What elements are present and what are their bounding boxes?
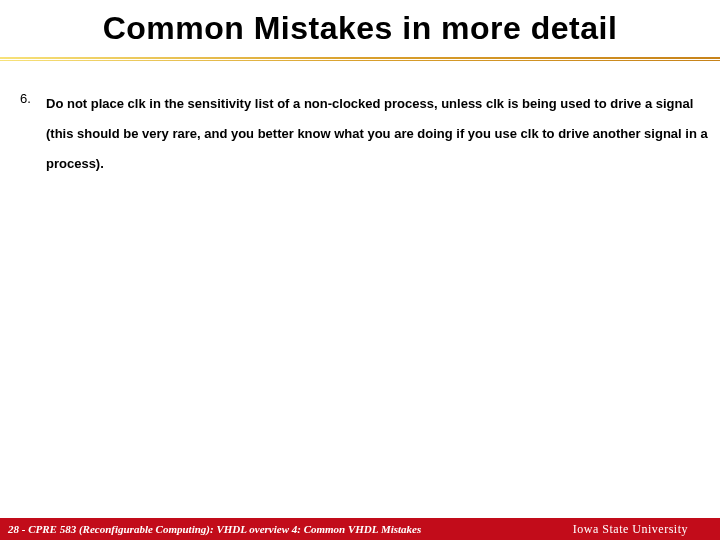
slide: Common Mistakes in more detail 6. Do not… [0,0,720,540]
footer-left: 28 - CPRE 583 (Reconfigurable Computing)… [8,523,421,535]
slide-body: 6. Do not place clk in the sensitivity l… [0,65,720,179]
slide-title: Common Mistakes in more detail [0,0,720,53]
footer-right: Iowa State University [573,522,712,537]
title-underline [0,55,720,65]
bullet-text: Do not place clk in the sensitivity list… [46,89,712,179]
slide-footer: 28 - CPRE 583 (Reconfigurable Computing)… [0,518,720,540]
bullet-number: 6. [20,89,36,106]
